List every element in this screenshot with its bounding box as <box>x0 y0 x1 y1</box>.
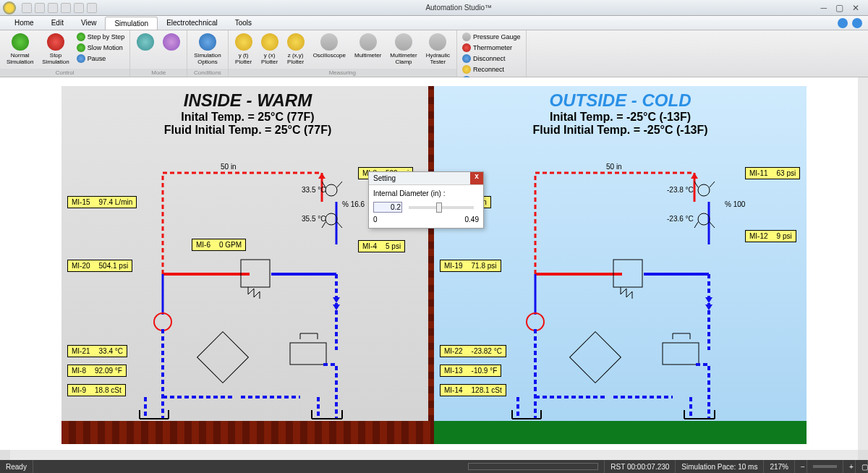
measurement-tag-MI-22[interactable]: MI-22-23.82 °C <box>440 345 506 357</box>
svg-marker-10 <box>705 304 712 310</box>
field-label: Internal Diameter (in) : <box>373 189 479 197</box>
minimize-button[interactable]: ─ <box>820 3 827 13</box>
svg-point-3 <box>154 313 171 331</box>
ribbon-pause[interactable]: Pause <box>75 54 127 64</box>
svg-point-16 <box>698 184 710 196</box>
ribbon-slow-motion[interactable]: Slow Motion <box>75 43 127 53</box>
svg-marker-1 <box>333 304 340 310</box>
status-bar: Ready RST 00:00:07.230 Simulation Pace: … <box>0 460 868 473</box>
svg-rect-14 <box>663 343 699 365</box>
menu-simulation[interactable]: Simulation <box>105 17 158 30</box>
ribbon-multimeter-clamp[interactable]: MultimeterClamp <box>387 32 420 69</box>
measurement-tag-MI-4[interactable]: MI-45 psi <box>358 240 405 252</box>
measurement-tag-MI-12[interactable]: MI-129 psi <box>745 230 796 242</box>
help-icon[interactable] <box>838 18 848 28</box>
progress-bar <box>468 463 598 470</box>
ribbon-[interactable] <box>160 32 183 69</box>
schematic-outside: OUTSIDE - COLD Inital Temp. = -25°C (-13… <box>434 86 807 444</box>
svg-marker-9 <box>691 173 698 179</box>
svg-point-7 <box>326 184 337 196</box>
svg-rect-5 <box>290 343 326 365</box>
window-title: Automation Studio™ <box>97 4 820 12</box>
status-ready: Ready <box>0 460 33 473</box>
maximize-button[interactable]: ▢ <box>835 3 843 13</box>
measurement-tag-MI-19[interactable]: MI-1971.8 psi <box>440 260 501 272</box>
dialog-close-button[interactable]: x <box>470 172 483 184</box>
measurement-tag-MI-6[interactable]: MI-60 GPM <box>192 239 246 251</box>
fit-button[interactable]: ▢ <box>856 460 868 473</box>
ribbon: NormalSimulationStopSimulationStep by St… <box>0 30 868 77</box>
measurement-tag-MI-9[interactable]: MI-918.8 cSt <box>67 384 126 396</box>
measurement-tag-MI-15[interactable]: MI-1597.4 L/min <box>67 196 137 208</box>
svg-rect-4 <box>197 332 249 383</box>
svg-marker-11 <box>705 297 712 303</box>
menu-tools[interactable]: Tools <box>226 17 260 29</box>
menu-electrotechnical[interactable]: Electrotechnical <box>158 17 226 29</box>
ribbon-pressure-gauge[interactable]: Pressure Gauge <box>461 32 522 42</box>
menu-edit[interactable]: Edit <box>43 17 72 29</box>
ribbon-hydraulic-tester[interactable]: HydraulicTester <box>423 32 453 69</box>
measurement-tag-MI-13[interactable]: MI-13-10.9 °F <box>440 365 501 377</box>
ribbon-thermometer[interactable]: Thermometer <box>461 43 522 53</box>
title-bar: Automation Studio™ ─ ▢ ✕ <box>0 0 868 16</box>
quick-access-toolbar[interactable] <box>22 3 97 13</box>
close-button[interactable]: ✕ <box>852 3 859 13</box>
status-rst: RST 00:00:07.230 <box>605 460 676 473</box>
svg-point-12 <box>527 313 544 331</box>
info-icon[interactable] <box>852 18 862 28</box>
ribbon-y-t-plotter[interactable]: y (t)Plotter <box>232 32 255 69</box>
zoom-out-button[interactable]: − <box>795 460 807 473</box>
menu-view[interactable]: View <box>72 17 106 29</box>
status-pace: Simulation Pace: 10 ms <box>676 460 764 473</box>
ribbon-[interactable] <box>134 32 157 69</box>
ribbon-disconnect[interactable]: Disconnect <box>461 54 522 64</box>
ribbon-z-x-y-plotter[interactable]: z (x,y)Plotter <box>284 32 307 69</box>
menu-home[interactable]: Home <box>6 17 43 29</box>
zoom-in-button[interactable]: + <box>843 460 856 473</box>
ribbon-multimeter[interactable]: Multimeter <box>352 32 384 69</box>
schematic-inside: INSIDE - WARM Inital Temp. = 25°C (77F) … <box>61 86 434 444</box>
measurement-tag-MI-8[interactable]: MI-892.09 °F <box>67 365 127 377</box>
svg-marker-2 <box>333 297 340 303</box>
ribbon-oscilloscope[interactable]: Oscilloscope <box>310 32 349 69</box>
ribbon-reconnect[interactable]: Reconnect <box>461 64 522 74</box>
ribbon-simulation-options[interactable]: SimulationOptions <box>191 32 224 69</box>
setting-dialog: Setting x Internal Diameter (in) : 00.49 <box>368 171 484 229</box>
measurement-tag-MI-14[interactable]: MI-14128.1 cSt <box>440 384 506 396</box>
ribbon-y-x-plotter[interactable]: y (x)Plotter <box>258 32 281 69</box>
ribbon-stop-simulation[interactable]: StopSimulation <box>39 32 72 69</box>
measurement-tag-MI-11[interactable]: MI-1163 psi <box>745 167 800 179</box>
measurement-tag-MI-21[interactable]: MI-2133.4 °C <box>67 345 127 357</box>
horizontal-scrollbar[interactable] <box>0 450 868 460</box>
diameter-slider[interactable] <box>409 206 474 209</box>
app-logo <box>3 1 16 14</box>
workspace-canvas[interactable]: INSIDE - WARM Inital Temp. = 25°C (77F) … <box>0 77 868 460</box>
svg-rect-13 <box>570 332 621 383</box>
svg-marker-0 <box>318 173 326 179</box>
dialog-title: Setting <box>369 172 470 184</box>
measurement-tag-MI-20[interactable]: MI-20504.1 psi <box>67 260 132 272</box>
status-zoom: 217% <box>764 460 795 473</box>
vertical-scrollbar[interactable] <box>858 77 868 450</box>
ribbon-normal-simulation[interactable]: NormalSimulation <box>4 32 36 69</box>
diameter-input[interactable] <box>373 202 402 213</box>
ribbon-step-by-step[interactable]: Step by Step <box>75 32 127 42</box>
menu-bar: Home Edit View Simulation Electrotechnic… <box>0 16 868 30</box>
